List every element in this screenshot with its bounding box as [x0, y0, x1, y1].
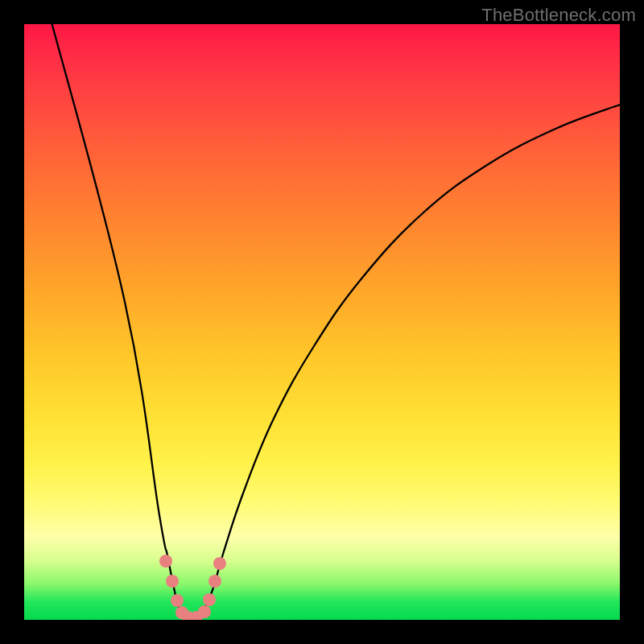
curve-marker — [213, 557, 226, 570]
chart-frame: TheBottleneck.com — [0, 0, 644, 644]
curve-marker — [166, 575, 179, 588]
marker-group — [159, 555, 226, 620]
plot-area — [24, 24, 620, 620]
watermark-text: TheBottleneck.com — [481, 5, 636, 26]
curve-marker — [208, 575, 221, 588]
curve-marker — [198, 605, 211, 618]
bottleneck-curve — [50, 24, 620, 617]
curve-marker — [171, 594, 184, 607]
curve-layer — [24, 24, 620, 620]
curve-marker — [159, 555, 172, 568]
curve-marker — [203, 593, 216, 606]
